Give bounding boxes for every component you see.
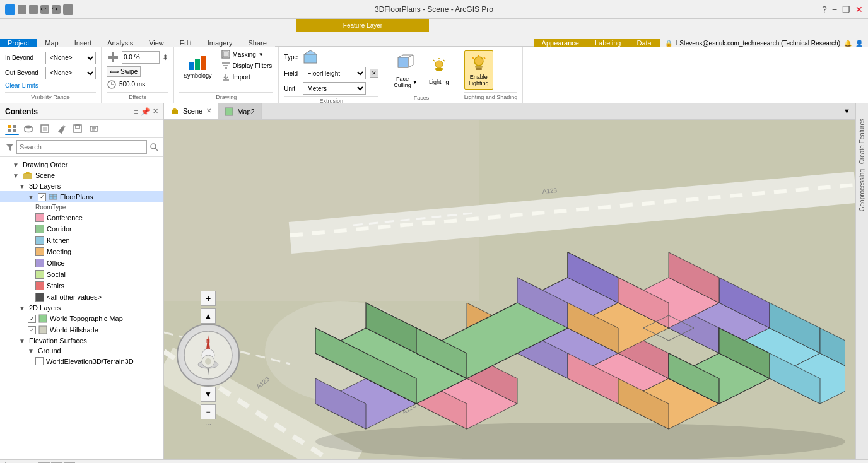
undo-icon[interactable]: ↩ — [40, 5, 49, 14]
floor-plans-expand-icon: ▼ — [28, 194, 35, 201]
edit-icon[interactable] — [54, 122, 68, 135]
help-button[interactable]: ? — [822, 4, 827, 15]
world-hillshade-checkbox[interactable]: ✓ — [28, 326, 36, 334]
effects-spinner[interactable]: ⬍ — [162, 53, 168, 62]
svg-rect-18 — [436, 70, 442, 71]
tab-appearance[interactable]: Appearance — [534, 39, 587, 47]
tab-share[interactable]: Share — [241, 39, 275, 47]
save-file-icon[interactable] — [29, 5, 38, 14]
masking-label: Masking — [233, 51, 256, 58]
more-icon[interactable]: ▼ — [63, 4, 73, 15]
type-row: Type — [284, 49, 318, 64]
snap-icon[interactable] — [71, 122, 85, 135]
restore-button[interactable]: ❐ — [842, 4, 850, 15]
drawing-order-text: Drawing Order — [23, 161, 68, 168]
contents-pin-icon[interactable]: 📌 — [141, 107, 150, 116]
window-controls[interactable]: ? − ❐ ✕ — [822, 4, 863, 15]
symbology-button[interactable]: Symbology — [179, 49, 216, 82]
open-icon[interactable] — [18, 5, 26, 14]
account-icon[interactable]: 👤 — [855, 40, 863, 47]
tab-map[interactable]: Map — [37, 39, 66, 47]
office-swatch — [35, 259, 44, 267]
lock-icon: 🔒 — [665, 40, 672, 47]
tab-imagery[interactable]: Imagery — [200, 39, 241, 47]
contents-menu-icon[interactable]: ≡ — [134, 108, 138, 115]
tab-project[interactable]: Project — [0, 39, 37, 47]
svg-rect-6 — [195, 59, 200, 70]
world-elevation-checkbox[interactable] — [35, 357, 44, 365]
speed-value: 500.0 ms — [119, 81, 145, 88]
elevation-surfaces-item[interactable]: ▼ Elevation Surfaces — [0, 336, 163, 346]
tab-scroll-button[interactable]: ▼ — [838, 103, 855, 119]
map-canvas[interactable]: A123 A123 A123 — [164, 120, 855, 459]
tab-analysis[interactable]: Analysis — [100, 39, 141, 47]
swipe-button[interactable]: ⟺ Swipe — [107, 66, 141, 77]
zoom-in-button[interactable]: + — [201, 291, 216, 306]
world-topo-checkbox[interactable]: ✓ — [28, 315, 36, 323]
enable-lighting-button[interactable]: EnableLighting — [464, 50, 493, 90]
tab-view[interactable]: View — [141, 39, 172, 47]
search-input[interactable] — [16, 140, 147, 154]
effects-percent-input[interactable] — [122, 51, 160, 64]
save-icon[interactable] — [5, 4, 15, 15]
unit-select[interactable]: Meters — [303, 82, 366, 95]
kitchen-label: Kitchen — [47, 237, 70, 244]
lighting-button[interactable]: Lighting — [425, 52, 454, 88]
tab-edit[interactable]: Edit — [172, 39, 200, 47]
out-beyond-select[interactable]: <None> — [45, 67, 96, 79]
data-source-icon[interactable] — [21, 122, 35, 135]
notification-icon[interactable]: 🔔 — [844, 40, 852, 47]
pan-up-button[interactable]: ▲ — [201, 308, 216, 324]
label-icon[interactable] — [87, 122, 101, 135]
import-button[interactable]: Import — [220, 72, 274, 82]
floor-plans-item[interactable]: ▼ ✓ FloorPlans — [0, 191, 163, 202]
ground-item[interactable]: ▼ Ground — [0, 346, 163, 356]
field-select[interactable]: FloorHeight — [303, 67, 366, 79]
display-filters-button[interactable]: Display Filters — [220, 61, 274, 71]
contents-close-icon[interactable]: ✕ — [153, 107, 158, 115]
2d-layers-item[interactable]: ▼ 2D Layers — [0, 303, 163, 313]
redo-icon[interactable]: ↪ — [52, 5, 61, 14]
scene-tab-close[interactable]: ✕ — [206, 107, 211, 114]
tab-insert[interactable]: Insert — [67, 39, 100, 47]
navigation-controls: + ▲ — [177, 291, 240, 428]
world-hillshade-item[interactable]: ✓ World Hillshade — [0, 324, 163, 336]
scene-item[interactable]: ▼ Scene — [0, 170, 163, 181]
minimize-button[interactable]: − — [832, 4, 837, 15]
visibility-range-label: Visibility Range — [5, 92, 96, 100]
layer-order-icon[interactable] — [5, 122, 19, 135]
clear-limits-link[interactable]: Clear Limits — [5, 82, 38, 89]
pan-down-button[interactable]: ▼ — [201, 387, 216, 402]
tab-data[interactable]: Data — [629, 39, 659, 47]
pan-down-row: ▼ — [177, 387, 240, 402]
3d-layers-label: 3D Layers — [29, 182, 61, 190]
import-label: Import — [233, 74, 250, 81]
zoom-out-button[interactable]: − — [201, 404, 216, 419]
face-culling-button[interactable]: FaceCulling ▼ — [389, 49, 421, 91]
nav-more-button[interactable]: ⋯ — [201, 421, 216, 428]
legend-kitchen: Kitchen — [0, 235, 163, 246]
masking-button[interactable]: Masking ▼ — [220, 49, 274, 59]
world-elevation-label: WorldElevation3D/Terrain3D — [46, 358, 134, 365]
floor-plans-checkbox[interactable]: ✓ — [38, 193, 46, 201]
conference-label: Conference — [47, 214, 83, 221]
tab-labeling[interactable]: Labeling — [587, 39, 630, 47]
in-beyond-select[interactable]: <None> — [45, 52, 96, 64]
map-tab-scene[interactable]: Scene ✕ — [164, 103, 218, 119]
contents-title: Contents — [5, 107, 38, 116]
select-icon[interactable] — [38, 122, 52, 135]
close-button[interactable]: ✕ — [855, 4, 863, 15]
svg-point-54 — [315, 423, 845, 459]
symbology-label: Symbology — [184, 73, 212, 79]
svg-rect-5 — [189, 62, 194, 70]
create-features-label[interactable]: Create Features — [857, 116, 867, 167]
geoprocessing-label[interactable]: Geoprocessing — [857, 167, 867, 214]
search-icon[interactable] — [150, 143, 158, 151]
compass-rose[interactable]: N — [177, 324, 240, 387]
3d-layers-item[interactable]: ▼ 3D Layers — [0, 181, 163, 191]
world-elevation-item[interactable]: WorldElevation3D/Terrain3D — [0, 356, 163, 366]
map-tab-map2[interactable]: Map2 — [218, 103, 262, 119]
field-clear-button[interactable]: ✕ — [370, 69, 378, 78]
stairs-swatch — [35, 281, 44, 290]
world-topo-item[interactable]: ✓ World Topographic Map — [0, 313, 163, 324]
